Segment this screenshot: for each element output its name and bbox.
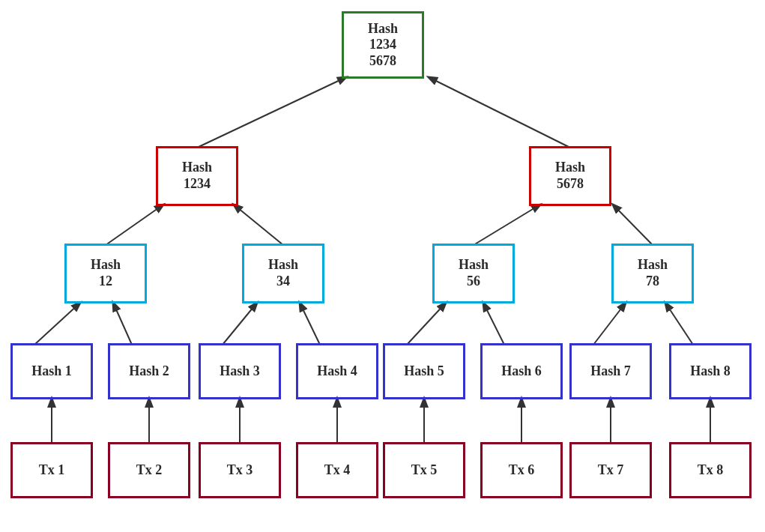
svg-line-12 xyxy=(593,303,626,345)
node-tx-3: Tx 3 xyxy=(199,442,281,498)
node-l2-4: Hash 78 xyxy=(611,244,694,303)
node-l3-7: Hash 7 xyxy=(569,343,652,399)
svg-line-3 xyxy=(234,205,283,245)
node-tx-1: Tx 1 xyxy=(10,442,93,498)
node-l3-6: Hash 6 xyxy=(480,343,563,399)
svg-line-8 xyxy=(223,303,257,345)
node-l1-right: Hash 5678 xyxy=(529,146,611,206)
node-l3-8: Hash 8 xyxy=(669,343,752,399)
node-tx-8: Tx 8 xyxy=(669,442,752,498)
svg-line-9 xyxy=(300,303,320,345)
svg-line-13 xyxy=(665,303,693,345)
node-l2-3: Hash 56 xyxy=(432,244,515,303)
node-l1-left: Hash 1234 xyxy=(156,146,238,206)
node-tx-2: Tx 2 xyxy=(108,442,190,498)
node-tx-6: Tx 6 xyxy=(480,442,563,498)
svg-line-2 xyxy=(106,205,163,245)
node-l3-3: Hash 3 xyxy=(199,343,281,399)
svg-line-11 xyxy=(483,303,504,345)
node-l2-1: Hash 12 xyxy=(64,244,147,303)
svg-line-6 xyxy=(34,303,80,345)
svg-line-1 xyxy=(429,77,570,148)
node-l3-5: Hash 5 xyxy=(383,343,465,399)
svg-line-0 xyxy=(197,77,346,148)
svg-line-5 xyxy=(613,205,653,245)
node-l3-1: Hash 1 xyxy=(10,343,93,399)
svg-line-7 xyxy=(113,303,132,345)
node-tx-7: Tx 7 xyxy=(569,442,652,498)
merkle-tree: Hash 1234 5678 Hash 1234 Hash 5678 Hash … xyxy=(0,0,765,532)
node-l3-2: Hash 2 xyxy=(108,343,190,399)
node-tx-5: Tx 5 xyxy=(383,442,465,498)
node-root: Hash 1234 5678 xyxy=(342,11,424,79)
node-tx-4: Tx 4 xyxy=(296,442,378,498)
svg-line-4 xyxy=(474,205,540,245)
node-l2-2: Hash 34 xyxy=(242,244,324,303)
node-l3-4: Hash 4 xyxy=(296,343,378,399)
svg-line-10 xyxy=(407,303,446,345)
